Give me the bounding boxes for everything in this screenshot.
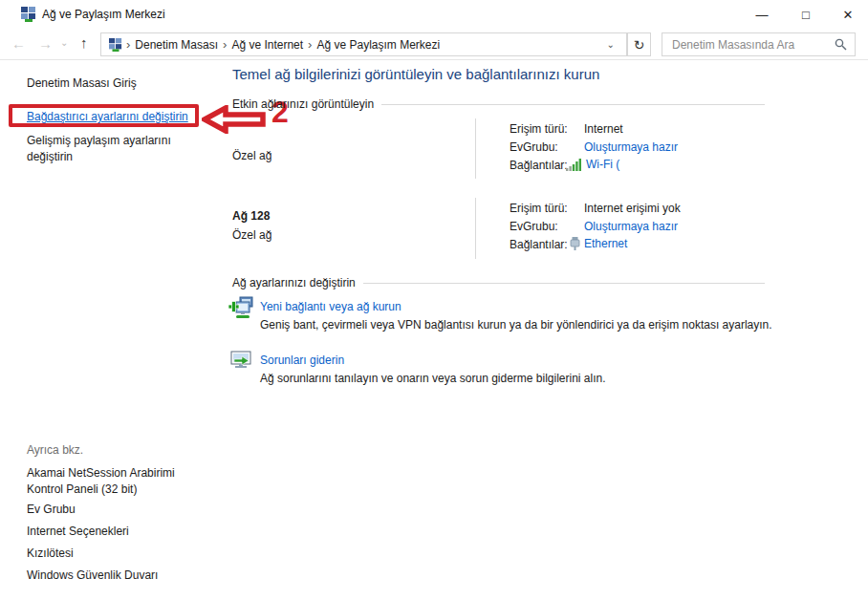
forward-icon[interactable]: → xyxy=(38,35,53,53)
connection-value: Wi-Fi ( xyxy=(566,158,619,171)
breadcrumb-item-network-sharing-center[interactable]: Ağ ve Paylaşım Merkezi xyxy=(316,38,440,52)
new-connection-icon[interactable] xyxy=(228,295,254,321)
maximize-button[interactable]: □ xyxy=(784,0,828,29)
search-input[interactable] xyxy=(662,34,835,54)
address-dropdown-icon[interactable]: ⌄ xyxy=(607,39,615,50)
sidebar-item-windows-firewall[interactable]: Windows Güvenlik Duvarı xyxy=(27,568,158,582)
troubleshoot-icon[interactable] xyxy=(230,351,252,372)
setup-new-connection-link[interactable]: Yeni bağlantı veya ağ kurun xyxy=(260,300,401,313)
page-title: Temel ağ bilgilerinizi görüntüleyin ve b… xyxy=(232,66,599,82)
network-center-icon xyxy=(21,7,36,22)
sidebar-item-control-panel-home[interactable]: Denetim Masası Giriş xyxy=(27,76,137,90)
homegroup-label: EvGrubu: xyxy=(510,220,558,233)
section-label: Etkin ağlarınızı görüntüleyin xyxy=(232,97,374,111)
wifi-connection-link[interactable]: Wi-Fi ( xyxy=(586,158,619,171)
network-center-icon xyxy=(109,38,122,52)
breadcrumb-item-control-panel[interactable]: Denetim Masası xyxy=(135,38,218,52)
access-type-value: Internet erişimi yok xyxy=(584,202,681,215)
ethernet-connection-link[interactable]: Ethernet xyxy=(584,237,627,250)
address-bar[interactable]: › Denetim Masası › Ağ ve Internet › Ağ v… xyxy=(100,32,627,56)
section-divider xyxy=(381,104,765,105)
window-title: Ağ ve Paylaşım Merkezi xyxy=(42,8,165,21)
divider xyxy=(475,118,476,179)
troubleshoot-problems-description: Ağ sorunlarını tanılayın ve onarın veya … xyxy=(260,372,606,385)
sidebar-item-infrared[interactable]: Kızılötesi xyxy=(27,546,74,560)
troubleshoot-problems-link[interactable]: Sorunları giderin xyxy=(260,354,344,367)
minimize-icon: — xyxy=(756,8,769,22)
see-also-header: Ayrıca bkz. xyxy=(27,443,83,457)
up-icon[interactable]: ↑ xyxy=(80,34,88,52)
network-name: Ağ 128 xyxy=(232,209,270,223)
section-divider xyxy=(363,283,765,284)
sidebar-item-homegroup[interactable]: Ev Grubu xyxy=(27,503,76,516)
sidebar-item-akamai-netsession[interactable]: Akamai NetSession Arabirimi Kontrol Pane… xyxy=(27,465,206,498)
section-active-networks: Etkin ağlarınızı görüntüleyin xyxy=(232,97,765,111)
sidebar-item-change-advanced-sharing[interactable]: Gelişmiş paylaşım ayarlarını değiştirin xyxy=(27,133,197,165)
wifi-signal-icon xyxy=(566,159,582,171)
title-bar: Ağ ve Paylaşım Merkezi — □ ✕ xyxy=(0,0,868,29)
maximize-icon: □ xyxy=(802,8,810,22)
history-dropdown-icon[interactable]: ⌄ xyxy=(60,34,68,52)
setup-new-connection-description: Geniş bant, çevirmeli veya VPN bağlantıs… xyxy=(260,318,772,332)
search-box xyxy=(662,32,856,56)
divider xyxy=(475,198,476,259)
access-type-label: Erişim türü: xyxy=(510,202,568,215)
connection-value: Ethernet xyxy=(570,237,627,250)
refresh-icon: ↻ xyxy=(634,37,645,53)
breadcrumb-chevron: › xyxy=(223,37,227,52)
sidebar-item-internet-options[interactable]: Internet Seçenekleri xyxy=(27,525,129,538)
access-type-label: Erişim türü: xyxy=(510,122,568,136)
back-icon[interactable]: ← xyxy=(11,35,26,53)
navigation-bar: ← → ⌄ ↑ › Denetim Masası › Ağ ve Interne… xyxy=(0,29,868,60)
breadcrumb-item-network-internet[interactable]: Ağ ve Internet xyxy=(231,38,303,52)
close-icon: ✕ xyxy=(843,8,854,22)
homegroup-link[interactable]: Oluşturmaya hazır xyxy=(584,140,678,154)
access-type-value: Internet xyxy=(584,122,623,136)
network-profile: Özel ağ xyxy=(232,149,271,162)
connections-label: Bağlantılar: xyxy=(510,159,568,172)
homegroup-link[interactable]: Oluşturmaya hazır xyxy=(584,220,678,233)
section-change-network-settings: Ağ ayarlarınızı değiştirin xyxy=(232,276,765,289)
homegroup-label: EvGrubu: xyxy=(510,140,558,154)
network-profile: Özel ağ xyxy=(232,228,271,242)
minimize-button[interactable]: — xyxy=(740,0,784,29)
breadcrumb-chevron: › xyxy=(126,37,130,52)
breadcrumb-chevron: › xyxy=(308,37,312,52)
search-icon[interactable] xyxy=(835,38,847,51)
refresh-button[interactable]: ↻ xyxy=(627,32,651,56)
close-button[interactable]: ✕ xyxy=(828,0,868,29)
sidebar-item-change-adapter-settings[interactable]: Bağdaştırıcı ayarlarını değiştirin xyxy=(27,110,188,123)
section-label: Ağ ayarlarınızı değiştirin xyxy=(232,276,356,289)
ethernet-plug-icon xyxy=(570,237,580,250)
connections-label: Bağlantılar: xyxy=(510,238,568,251)
